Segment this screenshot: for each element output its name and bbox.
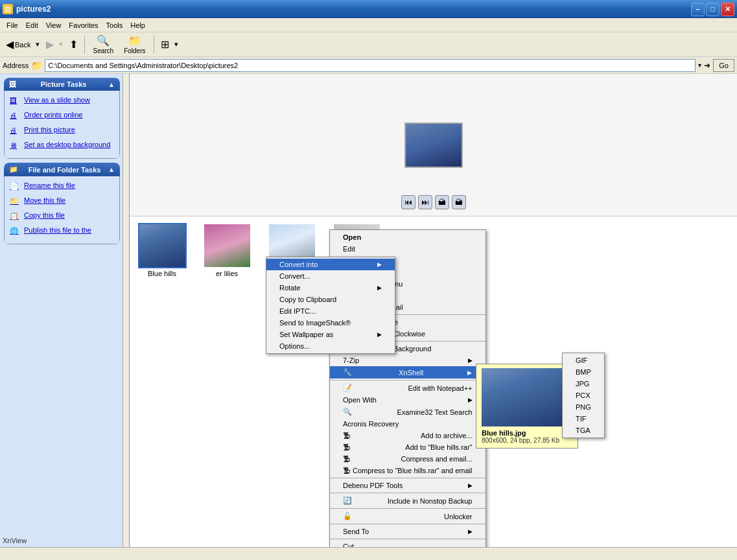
ctx-sep-5 <box>330 493 485 493</box>
publish-file-item[interactable]: 🌐 Publish this file to the <box>7 225 117 239</box>
order-prints-item[interactable]: 🖨 Order prints online <box>7 110 117 123</box>
xnshell-imageshack[interactable]: Send to ImageShack® <box>266 317 395 329</box>
search-button[interactable]: 🔍 Search <box>88 34 118 56</box>
file-folder-body: 📄 Rename this file 📁 Move this file 📋 Co… <box>4 176 120 244</box>
folders-label: Folders <box>124 47 145 54</box>
xnshell-edit-iptc[interactable]: Edit IPTC... <box>266 305 395 317</box>
menu-view[interactable]: View <box>42 20 65 30</box>
ctx-add-archive-label: Add to archive... <box>421 432 473 439</box>
views-button[interactable]: ⊞ <box>158 35 172 54</box>
ctx-cut[interactable]: Cut <box>330 541 485 547</box>
menu-bar: File Edit View Favorites Tools Help <box>0 18 737 32</box>
ctx-xnshell[interactable]: 🔧 XnShell ▶ <box>330 366 485 379</box>
convert-tga[interactable]: TGA <box>563 425 604 436</box>
folders-icon: 📁 <box>128 34 141 47</box>
back-dropdown[interactable]: ▾ <box>34 35 41 54</box>
print-picture-item[interactable]: 🖨 Print this picture <box>7 124 117 138</box>
xnshell-convert-into-arrow: ▶ <box>377 261 382 268</box>
ctx-open[interactable]: Open <box>330 231 485 243</box>
minimize-button[interactable]: – <box>691 3 705 16</box>
xnshell-set-wallpaper[interactable]: Set Wallpaper as ▶ <box>266 329 395 340</box>
ctx-send-to[interactable]: Send To ▶ <box>330 526 485 537</box>
copy-file-item[interactable]: 📋 Copy this file <box>7 210 117 224</box>
address-arrow-icon: ▾ <box>698 62 701 69</box>
ctx-add-rar[interactable]: 🗜 Add to "Blue hills.rar" <box>330 441 485 453</box>
forward-dropdown[interactable]: ▾ <box>58 35 65 54</box>
xnshell-rotate[interactable]: Rotate ▶ <box>266 282 395 294</box>
ctx-send-to-arrow: ▶ <box>468 528 473 535</box>
close-button[interactable]: ✕ <box>721 3 734 16</box>
address-input[interactable] <box>45 59 696 72</box>
xnshell-rotate-label: Rotate <box>279 284 300 292</box>
ctx-nonstop-label: Include in Nonstop Backup <box>388 497 473 505</box>
left-scrollbar[interactable] <box>123 74 129 547</box>
tooltip-filename: Blue hills.jpg <box>482 429 572 437</box>
ctx-nonstop-icon: 🔄 <box>343 496 352 505</box>
ctx-xnshell-label: XnShell <box>399 369 423 377</box>
ctx-7zip[interactable]: 7-Zip ▶ <box>330 355 485 366</box>
ctx-edit[interactable]: Edit <box>330 243 485 255</box>
file-folder-tasks-header[interactable]: 📁 File and Folder Tasks ▲ <box>4 163 120 176</box>
prev-next-button[interactable]: ⏭ <box>418 195 432 209</box>
menu-file[interactable]: File <box>3 20 22 30</box>
ctx-debenu[interactable]: Debenu PDF Tools ▶ <box>330 480 485 491</box>
prev-zoom-in-button[interactable]: 🏔 <box>452 195 466 209</box>
file-folder-icon: 📁 <box>9 165 18 174</box>
menu-tools[interactable]: Tools <box>102 20 127 30</box>
xnshell-convert-into[interactable]: Convert into ▶ <box>266 259 395 270</box>
ctx-open-with-label: Open With <box>343 396 377 404</box>
prev-zoom-out-button[interactable]: 🏔 <box>435 195 449 209</box>
view-slideshow-item[interactable]: 🖼 View as a slide show <box>7 95 117 108</box>
thumb-blue-hills[interactable]: Blue hills <box>136 223 188 277</box>
ctx-notepad[interactable]: 📝 Edit with Notepad++ <box>330 382 485 394</box>
back-button[interactable]: ◀ Back <box>3 35 34 54</box>
ctx-add-archive[interactable]: 🗜 Add to archive... <box>330 430 485 441</box>
picture-tasks-title: Picture Tasks <box>41 80 87 88</box>
convert-pcx-label: PCX <box>576 391 591 399</box>
menu-help[interactable]: Help <box>126 20 149 30</box>
ctx-examine32[interactable]: 🔍 Examine32 Text Search <box>330 406 485 418</box>
ctx-unlocker-label: Unlocker <box>444 513 472 520</box>
picture-tasks-header[interactable]: 🖼 Picture Tasks ▲ <box>4 78 120 91</box>
thumb-lilies[interactable]: er lilies <box>201 223 253 277</box>
ctx-unlocker[interactable]: 🔓 Unlocker <box>330 510 485 522</box>
convert-tif[interactable]: TIF <box>563 413 604 425</box>
xnshell-copy-clipboard-label: Copy to Clipboard <box>279 296 336 303</box>
set-desktop-item[interactable]: 🖥 Set as desktop background <box>7 139 117 153</box>
convert-pcx[interactable]: PCX <box>563 390 604 401</box>
convert-png[interactable]: PNG <box>563 401 604 413</box>
ctx-compress-email[interactable]: 🗜 Compress and email... <box>330 453 485 465</box>
xnshell-options[interactable]: Options... <box>266 340 395 352</box>
lilies-image <box>204 224 250 267</box>
ctx-compress-rar-email[interactable]: 🗜 Compress to "Blue hills.rar" and email <box>330 465 485 476</box>
forward-button[interactable]: ▶ <box>43 35 57 54</box>
ctx-open-with[interactable]: Open With ▶ <box>330 394 485 406</box>
convert-gif[interactable]: GIF <box>563 355 604 366</box>
address-folder-icon: 📁 <box>31 60 42 71</box>
ctx-acronis[interactable]: Acronis Recovery <box>330 418 485 430</box>
ctx-notepad-label: Edit with Notepad++ <box>408 384 472 392</box>
convert-jpg[interactable]: JPG <box>563 378 604 390</box>
title-bar: 🖼 pictures2 – □ ✕ <box>0 0 737 18</box>
convert-bmp[interactable]: BMP <box>563 366 604 378</box>
ctx-unlocker-icon: 🔓 <box>343 512 352 520</box>
go-button[interactable]: Go <box>713 59 734 72</box>
up-button[interactable]: ⬆ <box>66 35 81 54</box>
xnshell-convert[interactable]: Convert... <box>266 270 395 282</box>
menu-edit[interactable]: Edit <box>22 20 42 30</box>
ctx-edit-label: Edit <box>343 245 355 253</box>
status-bar <box>0 547 737 560</box>
maximize-button[interactable]: □ <box>706 3 719 16</box>
ctx-cut-label: Cut <box>343 542 354 547</box>
move-file-item[interactable]: 📁 Move this file <box>7 195 117 209</box>
folders-button[interactable]: 📁 Folders <box>119 34 150 56</box>
prev-first-button[interactable]: ⏮ <box>401 195 415 209</box>
publish-icon: 🌐 <box>10 227 20 237</box>
convert-jpg-label: JPG <box>576 380 589 388</box>
ctx-nonstop-backup[interactable]: 🔄 Include in Nonstop Backup <box>330 495 485 507</box>
menu-favorites[interactable]: Favorites <box>65 20 102 30</box>
xnshell-copy-clipboard[interactable]: Copy to Clipboard <box>266 294 395 305</box>
ctx-sep-8 <box>330 539 485 539</box>
rename-file-item[interactable]: 📄 Rename this file <box>7 180 117 194</box>
views-dropdown[interactable]: ▾ <box>173 35 180 54</box>
